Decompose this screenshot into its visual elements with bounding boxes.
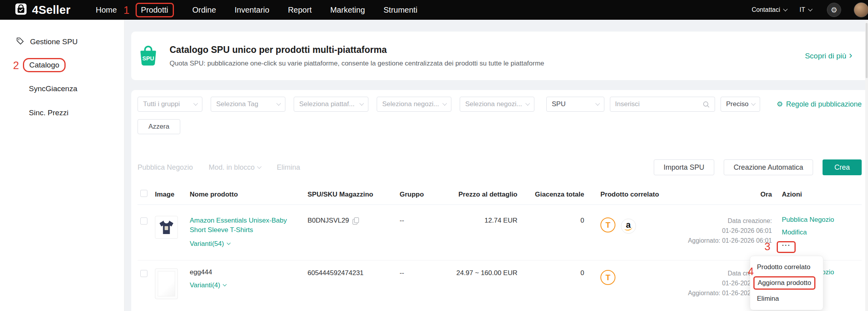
chevron-down-icon bbox=[226, 241, 230, 245]
chevron-down-icon bbox=[751, 101, 755, 105]
language-menu[interactable]: IT bbox=[800, 6, 812, 13]
tiktok-shop-icon[interactable]: T bbox=[600, 270, 615, 285]
copy-icon[interactable] bbox=[353, 217, 359, 224]
annotation-box-more: ··· bbox=[777, 241, 796, 253]
product-stock: 0 bbox=[517, 216, 584, 253]
annotation-box-prodotti: Prodotti bbox=[136, 3, 174, 17]
row-publish-link[interactable]: Pubblica Negozio bbox=[782, 216, 862, 224]
annotation-box-catalogo: Catalogo bbox=[23, 58, 66, 72]
top-nav: 4Seller Home 1 Prodotti Ordine Inventari… bbox=[0, 0, 868, 20]
nav-item-strumenti[interactable]: Strumenti bbox=[383, 6, 417, 15]
spu-icon-label: SPU bbox=[142, 55, 154, 62]
nav-item-prodotti[interactable]: 1 Prodotti bbox=[136, 3, 174, 17]
menu-item-prodotto-correlato[interactable]: Prodotto correlato bbox=[750, 259, 823, 275]
product-price: 12.74 EUR bbox=[447, 216, 517, 253]
match-mode-select[interactable]: Preciso bbox=[721, 97, 760, 112]
reset-filters-button[interactable]: Azzera bbox=[138, 119, 180, 134]
col-header-group: Gruppo bbox=[400, 191, 447, 199]
search-input-wrap bbox=[610, 97, 715, 112]
variants-toggle[interactable]: Varianti(54) bbox=[190, 240, 292, 248]
col-header-image: Image bbox=[155, 191, 190, 199]
spu-bag-icon: SPU bbox=[137, 44, 160, 68]
search-input[interactable] bbox=[615, 100, 702, 108]
tag-filter-select[interactable]: Seleziona Tag bbox=[211, 97, 285, 112]
sidebar-item-syncgiacenza[interactable]: SyncGiacenza bbox=[0, 81, 124, 97]
create-button[interactable]: Crea bbox=[823, 159, 862, 175]
sidebar-item-gestione-spu[interactable]: Gestione SPU bbox=[0, 34, 124, 50]
sidebar-item-catalogo[interactable]: 2 Catalogo bbox=[0, 57, 124, 73]
annotation-label-2: 2 bbox=[13, 60, 19, 71]
delete-button[interactable]: Elimina bbox=[277, 163, 300, 172]
annotation-label-3: 3 bbox=[764, 242, 770, 252]
tiktok-shop-icon[interactable]: T bbox=[600, 217, 615, 232]
menu-item-elimina[interactable]: Elimina bbox=[750, 291, 823, 307]
variants-toggle[interactable]: Varianti(4) bbox=[190, 281, 292, 289]
scrollbar-thumb[interactable] bbox=[866, 23, 868, 78]
gear-icon: ⚙ bbox=[777, 100, 783, 109]
search-icon bbox=[702, 101, 710, 108]
amazon-icon[interactable]: a bbox=[621, 219, 636, 234]
menu-item-aggiorna-prodotto[interactable]: 4 Aggiorna prodotto bbox=[750, 275, 823, 291]
logo[interactable]: 4Seller bbox=[14, 2, 70, 17]
platform-filter-select[interactable]: Seleziona piattaf... bbox=[294, 97, 368, 112]
row-checkbox[interactable] bbox=[140, 270, 147, 277]
nav-item-ordine[interactable]: Ordine bbox=[192, 6, 216, 15]
col-header-stock: Giacenza totale bbox=[517, 191, 584, 199]
chevron-down-icon bbox=[257, 164, 261, 169]
nav-item-inventario[interactable]: Inventario bbox=[235, 6, 270, 15]
right-actions: Importa SPU Creazione Automatica Crea bbox=[654, 159, 862, 175]
bulk-edit-button[interactable]: Mod. in blocco bbox=[209, 163, 261, 172]
logo-bag-icon bbox=[14, 2, 28, 17]
store-filter-select-1[interactable]: Seleziona negozi... bbox=[377, 97, 451, 112]
chevron-down-icon bbox=[359, 101, 364, 105]
publication-rules-link[interactable]: ⚙ Regole di pubblicazione bbox=[777, 100, 862, 109]
contact-menu[interactable]: Contattaci bbox=[752, 6, 787, 13]
row-context-menu: Prodotto correlato 4 Aggiorna prodotto E… bbox=[750, 256, 823, 310]
product-stock: 0 bbox=[517, 268, 584, 305]
table-header: Image Nome prodotto SPU/SKU Magazzino Gr… bbox=[138, 190, 862, 205]
col-header-time: Ora bbox=[680, 191, 772, 199]
product-name[interactable]: egg444 bbox=[190, 268, 292, 276]
publish-store-button[interactable]: Pubblica Negozio bbox=[138, 163, 193, 172]
learn-more-link[interactable]: Scopri di più› bbox=[805, 52, 852, 60]
nav-item-home[interactable]: Home bbox=[96, 6, 117, 15]
row-checkbox[interactable] bbox=[140, 217, 147, 225]
select-all-checkbox[interactable] bbox=[140, 190, 147, 197]
product-image[interactable] bbox=[155, 216, 178, 239]
chevron-down-icon bbox=[442, 101, 447, 105]
banner-subtitle: Quota SPU: pubblicazione one-click su va… bbox=[170, 60, 544, 67]
product-group: -- bbox=[400, 268, 447, 305]
nav-item-marketing[interactable]: Marketing bbox=[330, 6, 365, 15]
product-image[interactable] bbox=[155, 268, 178, 299]
more-actions-button[interactable]: ··· bbox=[782, 241, 791, 249]
annotation-label-4: 4 bbox=[748, 266, 754, 277]
auto-creation-button[interactable]: Creazione Automatica bbox=[724, 159, 813, 175]
nav-item-report[interactable]: Report bbox=[288, 6, 311, 15]
settings-gear-icon[interactable]: ⚙ bbox=[827, 3, 841, 17]
nav-right: Contattaci IT ⚙ bbox=[752, 2, 862, 17]
product-name-link[interactable]: Amazon Essentials Unisex-Baby Short Slee… bbox=[190, 216, 291, 235]
row-edit-link[interactable]: Modifica bbox=[782, 229, 862, 236]
chevron-down-icon bbox=[193, 101, 198, 105]
table-action-bar: Pubblica Negozio Mod. in blocco Elimina … bbox=[138, 159, 862, 175]
scrollbar[interactable] bbox=[865, 21, 868, 311]
search-group: SPU Preciso bbox=[546, 97, 760, 112]
banner-title: Catalogo SPU unico per prodotti multi-pi… bbox=[170, 45, 544, 55]
sidebar-item-sinc-prezzi[interactable]: Sinc. Prezzi bbox=[0, 105, 124, 121]
price-tag-icon bbox=[16, 37, 25, 47]
banner-text: Catalogo SPU unico per prodotti multi-pi… bbox=[170, 45, 544, 67]
chevron-down-icon bbox=[525, 101, 530, 105]
user-avatar[interactable] bbox=[854, 2, 868, 17]
table-row: Amazon Essentials Unisex-Baby Short Slee… bbox=[138, 205, 862, 260]
logo-text: 4Seller bbox=[32, 4, 70, 17]
amazon-smile bbox=[624, 226, 632, 230]
group-filter-select[interactable]: Tutti i gruppi bbox=[138, 97, 202, 112]
import-spu-button[interactable]: Importa SPU bbox=[654, 159, 714, 175]
search-field-select[interactable]: SPU bbox=[546, 97, 604, 112]
col-header-actions: Azioni bbox=[772, 191, 862, 199]
store-filter-select-2[interactable]: Seleziona negozi... bbox=[460, 97, 534, 112]
col-header-related: Prodotto correlato bbox=[584, 191, 680, 199]
bulk-actions-disabled: Pubblica Negozio Mod. in blocco Elimina bbox=[138, 163, 300, 172]
product-group: -- bbox=[400, 216, 447, 253]
chevron-down-icon bbox=[783, 7, 787, 11]
